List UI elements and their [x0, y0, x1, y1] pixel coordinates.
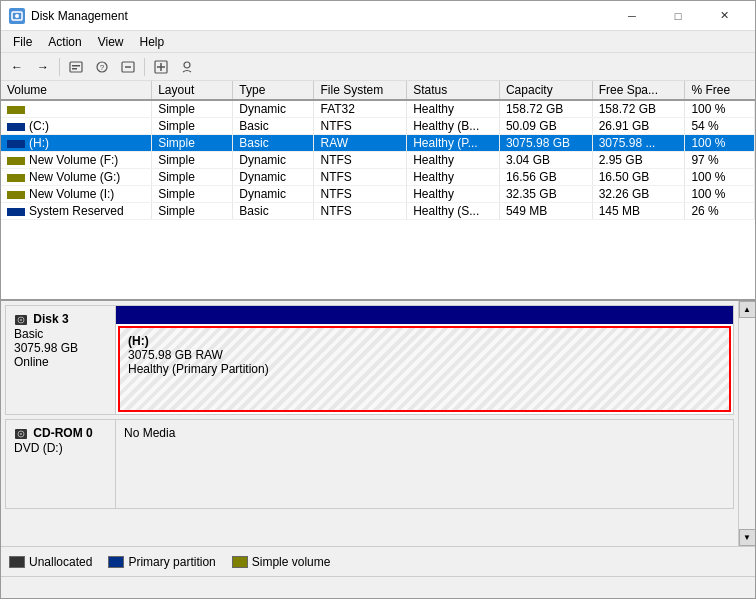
col-header-layout[interactable]: Layout: [152, 81, 233, 100]
table-row[interactable]: SimpleDynamicFAT32Healthy158.72 GB158.72…: [1, 100, 755, 118]
disk3-drive: (H:): [128, 334, 721, 348]
toolbar-btn-1[interactable]: [64, 56, 88, 78]
window-controls: ─ □ ✕: [609, 1, 747, 31]
table-row[interactable]: System ReservedSimpleBasicNTFSHealthy (S…: [1, 203, 755, 220]
svg-point-18: [20, 433, 22, 435]
bottom-scrollbar[interactable]: ▲ ▼: [738, 301, 755, 546]
maximize-button[interactable]: □: [655, 1, 701, 31]
scroll-down-btn[interactable]: ▼: [739, 529, 756, 546]
forward-button[interactable]: →: [31, 56, 55, 78]
col-header-status[interactable]: Status: [407, 81, 500, 100]
disk-management-window: Disk Management ─ □ ✕ File Action View H…: [0, 0, 756, 599]
disk3-row: Disk 3 Basic 3075.98 GB Online (H:) 3075…: [5, 305, 734, 415]
legend-unalloc: Unallocated: [9, 555, 92, 569]
disk-view-area: Disk 3 Basic 3075.98 GB Online (H:) 3075…: [1, 301, 738, 546]
menu-help[interactable]: Help: [132, 33, 173, 51]
scroll-track[interactable]: [739, 318, 755, 529]
scroll-up-btn[interactable]: ▲: [739, 301, 756, 318]
menu-view[interactable]: View: [90, 33, 132, 51]
volume-table-container[interactable]: Volume Layout Type File System Status Ca…: [1, 81, 755, 301]
col-header-capacity[interactable]: Capacity: [499, 81, 592, 100]
svg-rect-4: [72, 68, 77, 70]
close-button[interactable]: ✕: [701, 1, 747, 31]
status-bar: [1, 576, 755, 598]
toolbar-btn-5[interactable]: [175, 56, 199, 78]
svg-point-12: [184, 62, 190, 68]
volume-table: Volume Layout Type File System Status Ca…: [1, 81, 755, 220]
app-icon: [9, 8, 25, 24]
toolbar: ← → ?: [1, 53, 755, 81]
legend-bar: Unallocated Primary partition Simple vol…: [1, 546, 755, 576]
col-header-fs[interactable]: File System: [314, 81, 407, 100]
legend-primary-label: Primary partition: [128, 555, 215, 569]
table-row[interactable]: (H:)SimpleBasicRAWHealthy (P...3075.98 G…: [1, 135, 755, 152]
toolbar-btn-2[interactable]: ?: [90, 56, 114, 78]
disk3-title: Disk 3: [14, 312, 107, 327]
legend-simple-label: Simple volume: [252, 555, 331, 569]
cdrom-label: CD-ROM 0 DVD (D:): [6, 420, 116, 508]
legend-simple: Simple volume: [232, 555, 331, 569]
legend-unalloc-box: [9, 556, 25, 568]
disk3-partitions: (H:) 3075.98 GB RAW Healthy (Primary Par…: [116, 306, 733, 414]
svg-point-15: [20, 319, 22, 321]
table-row[interactable]: New Volume (G:)SimpleDynamicNTFSHealthy1…: [1, 169, 755, 186]
col-header-volume[interactable]: Volume: [1, 81, 152, 100]
cdrom-row: CD-ROM 0 DVD (D:) No Media: [5, 419, 734, 509]
col-header-pct[interactable]: % Free: [685, 81, 755, 100]
back-button[interactable]: ←: [5, 56, 29, 78]
menu-action[interactable]: Action: [40, 33, 89, 51]
toolbar-separator-2: [144, 58, 145, 76]
table-row[interactable]: New Volume (I:)SimpleDynamicNTFSHealthy3…: [1, 186, 755, 203]
legend-primary-box: [108, 556, 124, 568]
svg-rect-2: [70, 62, 82, 72]
legend-unalloc-label: Unallocated: [29, 555, 92, 569]
menu-bar: File Action View Help: [1, 31, 755, 53]
legend-simple-box: [232, 556, 248, 568]
col-header-free[interactable]: Free Spa...: [592, 81, 685, 100]
toolbar-btn-3[interactable]: [116, 56, 140, 78]
svg-rect-3: [72, 65, 80, 67]
toolbar-btn-4[interactable]: [149, 56, 173, 78]
table-row[interactable]: (C:)SimpleBasicNTFSHealthy (B...50.09 GB…: [1, 118, 755, 135]
title-bar: Disk Management ─ □ ✕: [1, 1, 755, 31]
minimize-button[interactable]: ─: [609, 1, 655, 31]
toolbar-separator-1: [59, 58, 60, 76]
disk3-size-info: 3075.98 GB RAW: [128, 348, 721, 362]
cdrom-title: CD-ROM 0: [14, 426, 107, 441]
content-area: Volume Layout Type File System Status Ca…: [1, 81, 755, 576]
col-header-type[interactable]: Type: [233, 81, 314, 100]
disk3-header-bar: [116, 306, 733, 324]
cdrom-partition[interactable]: No Media: [116, 420, 733, 508]
window-title: Disk Management: [31, 9, 128, 23]
disk3-label: Disk 3 Basic 3075.98 GB Online: [6, 306, 116, 414]
legend-primary: Primary partition: [108, 555, 215, 569]
disk3-partition[interactable]: (H:) 3075.98 GB RAW Healthy (Primary Par…: [118, 326, 731, 412]
svg-text:?: ?: [100, 63, 105, 72]
disk3-status-info: Healthy (Primary Partition): [128, 362, 721, 376]
cdrom-status: No Media: [124, 426, 725, 440]
menu-file[interactable]: File: [5, 33, 40, 51]
table-row[interactable]: New Volume (F:)SimpleDynamicNTFSHealthy3…: [1, 152, 755, 169]
svg-point-1: [15, 14, 19, 18]
